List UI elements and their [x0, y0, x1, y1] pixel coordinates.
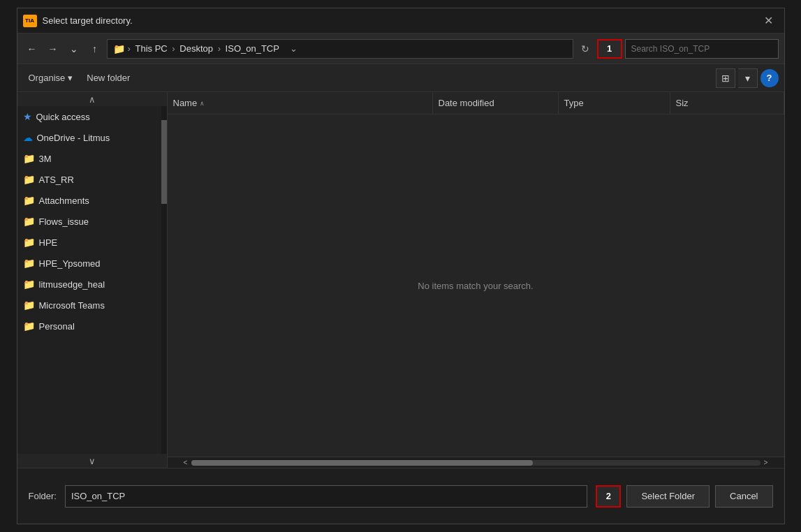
- folder-icon-3m: 📁: [23, 153, 35, 164]
- name-sort-icon: ∧: [200, 100, 205, 107]
- quick-access-icon: ★: [23, 111, 32, 122]
- folder-input[interactable]: [65, 485, 587, 508]
- sidebar-item-label-flows-issue: Flows_issue: [39, 216, 89, 227]
- sidebar-inner: ★ Quick access ☁ OneDrive - Litmus 📁 3M: [17, 106, 167, 454]
- h-scroll-right-button[interactable]: >: [760, 457, 772, 468]
- dropdown-recent-button[interactable]: ⌄: [65, 40, 83, 58]
- sidebar-item-label-litmusedge: litmusedge_heal: [39, 279, 105, 290]
- sidebar-item-label-3m: 3M: [39, 154, 52, 164]
- help-button[interactable]: ?: [760, 69, 779, 87]
- sidebar-scroll-up[interactable]: ∧: [17, 92, 167, 106]
- sidebar-item-label-ats-rr: ATS_RR: [39, 175, 74, 185]
- annotation-label-2: 2: [596, 485, 621, 508]
- sidebar-item-hpe[interactable]: 📁 HPE: [17, 232, 161, 253]
- file-list: No items match your search.: [168, 114, 784, 457]
- footer-buttons: 2 Select Folder Cancel: [596, 485, 772, 508]
- dialog-window: TIA Select target directory. ✕ ← → ⌄ ↑ 📁…: [17, 8, 785, 524]
- search-input[interactable]: [625, 39, 779, 59]
- horizontal-scrollbar[interactable]: < >: [168, 457, 784, 468]
- sidebar-vertical-scrollbar[interactable]: [161, 106, 167, 454]
- path-bar[interactable]: 📁 › This PC › Desktop › ISO_on_TCP ⌄: [107, 39, 573, 59]
- onedrive-icon: ☁: [23, 132, 33, 143]
- organise-button[interactable]: Organise ▾: [23, 68, 79, 88]
- sidebar-item-label-onedrive: OneDrive - Litmus: [37, 133, 110, 143]
- refresh-button[interactable]: ↻: [576, 40, 594, 58]
- folder-icon-litmusedge: 📁: [23, 279, 35, 290]
- column-headers: Name ∧ Date modified Type Siz: [168, 92, 784, 114]
- path-folder-icon: 📁: [113, 43, 125, 54]
- sidebar-item-label-hpe-ypsomed: HPE_Ypsomed: [39, 258, 101, 269]
- folder-icon-hpe: 📁: [23, 237, 35, 248]
- sidebar-scroll[interactable]: ★ Quick access ☁ OneDrive - Litmus 📁 3M: [17, 106, 161, 454]
- sidebar: ∧ ★ Quick access ☁ OneDrive - Litmus: [17, 92, 168, 468]
- empty-message: No items match your search.: [418, 281, 533, 291]
- dialog-title: Select target directory.: [43, 15, 759, 26]
- view-dropdown-button[interactable]: ▾: [738, 68, 758, 88]
- sidebar-item-label-attachments: Attachments: [39, 195, 89, 206]
- folder-icon-personal: 📁: [23, 320, 35, 332]
- view-toggle-button[interactable]: ⊞: [716, 68, 735, 88]
- sidebar-item-litmusedge[interactable]: 📁 litmusedge_heal: [17, 274, 161, 295]
- sidebar-item-attachments[interactable]: 📁 Attachments: [17, 190, 161, 211]
- close-button[interactable]: ✕: [759, 13, 779, 29]
- path-text: › This PC › Desktop › ISO_on_TCP: [128, 43, 281, 54]
- sidebar-item-onedrive[interactable]: ☁ OneDrive - Litmus: [17, 127, 161, 148]
- folder-icon-attachments: 📁: [23, 195, 35, 206]
- sidebar-item-flows-issue[interactable]: 📁 Flows_issue: [17, 211, 161, 232]
- folder-label: Folder:: [29, 491, 57, 501]
- sidebar-item-microsoft-teams[interactable]: 📁 Microsoft Teams: [17, 295, 161, 316]
- h-scroll-left-button[interactable]: <: [180, 457, 191, 468]
- h-scroll-thumb[interactable]: [191, 460, 533, 466]
- view-icon: ⊞: [721, 73, 730, 84]
- sidebar-item-label-microsoft-teams: Microsoft Teams: [39, 300, 105, 311]
- new-folder-button[interactable]: New folder: [81, 68, 135, 88]
- sidebar-item-label-hpe: HPE: [39, 237, 58, 248]
- view-dropdown-icon: ▾: [745, 73, 750, 84]
- content-area: Name ∧ Date modified Type Siz No items m…: [168, 92, 784, 468]
- annotation-label-1: 1: [597, 39, 622, 59]
- folder-icon-ats-rr: 📁: [23, 174, 35, 185]
- main-area: ∧ ★ Quick access ☁ OneDrive - Litmus: [17, 92, 784, 468]
- forward-button[interactable]: →: [44, 40, 62, 58]
- up-button[interactable]: ↑: [86, 40, 104, 58]
- app-icon: TIA: [23, 14, 37, 28]
- select-folder-button[interactable]: Select Folder: [626, 485, 710, 508]
- title-bar: TIA Select target directory. ✕: [17, 8, 784, 34]
- sidebar-item-hpe-ypsomed[interactable]: 📁 HPE_Ypsomed: [17, 253, 161, 274]
- column-header-name[interactable]: Name ∧: [168, 92, 433, 114]
- tia-logo: TIA: [23, 15, 37, 27]
- path-desktop[interactable]: Desktop: [177, 43, 215, 54]
- column-header-size[interactable]: Siz: [670, 92, 784, 114]
- path-dropdown-icon[interactable]: ⌄: [287, 42, 301, 56]
- sidebar-scroll-thumb[interactable]: [161, 120, 167, 204]
- sidebar-item-ats-rr[interactable]: 📁 ATS_RR: [17, 169, 161, 190]
- organise-dropdown-icon: ▾: [68, 73, 73, 83]
- folder-icon-flows-issue: 📁: [23, 216, 35, 227]
- back-button[interactable]: ←: [23, 40, 41, 58]
- path-folder[interactable]: ISO_on_TCP: [223, 43, 281, 54]
- sidebar-item-personal[interactable]: 📁 Personal: [17, 316, 161, 337]
- sidebar-item-3m[interactable]: 📁 3M: [17, 148, 161, 169]
- sidebar-item-label-quick-access: Quick access: [36, 112, 90, 122]
- column-header-date[interactable]: Date modified: [433, 92, 559, 114]
- sidebar-item-quick-access[interactable]: ★ Quick access: [17, 106, 161, 127]
- folder-icon-hpe-ypsomed: 📁: [23, 258, 35, 269]
- h-scroll-track[interactable]: [191, 460, 760, 466]
- folder-icon-microsoft-teams: 📁: [23, 300, 35, 311]
- sidebar-scroll-down[interactable]: ∨: [17, 454, 167, 468]
- sidebar-item-label-personal: Personal: [39, 321, 75, 332]
- footer: Folder: 2 Select Folder Cancel: [17, 468, 784, 524]
- cancel-button[interactable]: Cancel: [715, 485, 772, 508]
- path-this-pc[interactable]: This PC: [133, 43, 169, 54]
- column-header-type[interactable]: Type: [559, 92, 670, 114]
- address-bar: ← → ⌄ ↑ 📁 › This PC › Desktop › ISO_on_T…: [17, 34, 784, 64]
- toolbar: Organise ▾ New folder ⊞ ▾ ?: [17, 64, 784, 92]
